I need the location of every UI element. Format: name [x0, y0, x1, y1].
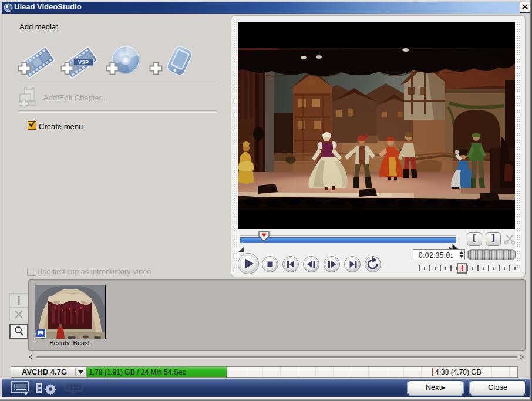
svg-text:VSP: VSP	[78, 59, 89, 65]
svg-text:16:9: 16:9	[68, 385, 79, 390]
